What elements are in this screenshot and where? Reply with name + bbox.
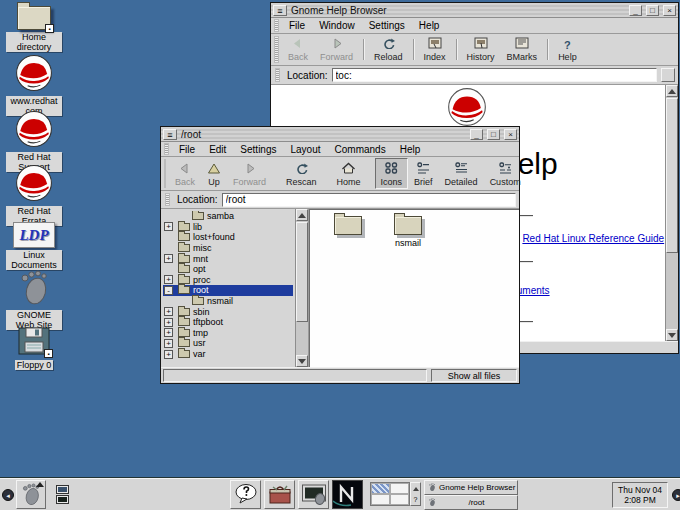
- file-item[interactable]: nsmail: [382, 216, 434, 248]
- tree-expander-icon[interactable]: -: [164, 286, 173, 295]
- pager-arrow-icon[interactable]: [411, 483, 420, 494]
- desktop-icon-gnome-web-site[interactable]: GNOME Web Site: [6, 268, 62, 330]
- tree-expander-icon[interactable]: +: [164, 254, 173, 263]
- desktop-icon-red-hat-errata[interactable]: Red Hat Errata: [6, 164, 62, 226]
- tree-item-selected[interactable]: - root: [163, 285, 293, 296]
- config-tool-launcher[interactable]: [264, 480, 295, 509]
- fm-icon-panel[interactable]: nsmail: [309, 209, 519, 367]
- help-vertical-scrollbar[interactable]: [665, 85, 678, 341]
- task-root-window[interactable]: /root: [424, 495, 518, 510]
- location-grip[interactable]: [275, 68, 280, 82]
- custom-view-button[interactable]: Custom: [484, 158, 527, 189]
- desktop-icon-home-directory[interactable]: ▪ Home directory: [6, 6, 62, 52]
- menu-commands[interactable]: Commands: [328, 143, 393, 156]
- tree-scrollbar[interactable]: [295, 209, 308, 367]
- file-item[interactable]: [322, 216, 374, 238]
- main-menu-button[interactable]: [16, 480, 46, 509]
- reference-guide-link[interactable]: Red Hat Linux Reference Guide: [522, 233, 664, 244]
- tree-item-label: proc: [193, 275, 211, 285]
- toolbar-grip[interactable]: [274, 36, 279, 63]
- toolbar-label: Index: [424, 52, 446, 62]
- scroll-down-button[interactable]: [666, 329, 678, 341]
- toolbar-grip[interactable]: [164, 159, 166, 188]
- pager-question-icon[interactable]: ?: [411, 494, 420, 505]
- desktop-icon-www-redhat-com[interactable]: www.redhat com: [6, 54, 62, 116]
- maximize-button[interactable]: □: [487, 129, 500, 140]
- scrollbar-thumb[interactable]: [296, 222, 308, 322]
- scroll-up-button[interactable]: [666, 85, 678, 97]
- forward-button[interactable]: Forward: [314, 35, 359, 64]
- menubar-grip[interactable]: [164, 143, 169, 155]
- desktop-icon-linux-documents[interactable]: LDP Linux Documents: [6, 222, 62, 270]
- window-menu-icon[interactable]: ≡: [273, 5, 287, 16]
- tree-expander-icon[interactable]: +: [164, 222, 173, 231]
- desktop-icon-red-hat-support[interactable]: Red Hat Support: [6, 110, 62, 172]
- tree-expander-icon: [178, 297, 187, 306]
- forward-button[interactable]: Forward: [227, 158, 272, 189]
- clock-applet[interactable]: Thu Nov 04 2:08 PM: [612, 482, 668, 508]
- menu-settings[interactable]: Settings: [233, 143, 283, 156]
- window-menu-icon[interactable]: ≡: [163, 129, 177, 140]
- menu-layout[interactable]: Layout: [284, 143, 328, 156]
- icons-view-button[interactable]: Icons: [375, 158, 409, 189]
- desktop-icon-floppy-0[interactable]: ▪ Floppy 0: [6, 326, 62, 370]
- history-button[interactable]: History: [461, 35, 501, 64]
- menu-window[interactable]: Window: [312, 19, 362, 32]
- reload-button[interactable]: Reload: [368, 35, 409, 64]
- help-button[interactable]: ? Help: [552, 35, 583, 64]
- index-button[interactable]: Index: [418, 35, 452, 64]
- tree-expander-icon[interactable]: +: [164, 307, 173, 316]
- tree-expander-icon[interactable]: +: [164, 328, 173, 337]
- close-button[interactable]: ×: [663, 5, 676, 16]
- minimize-button[interactable]: _: [470, 129, 483, 140]
- menu-settings[interactable]: Settings: [362, 19, 412, 32]
- tree-expander-icon[interactable]: +: [164, 318, 173, 327]
- minimize-button[interactable]: _: [629, 5, 642, 16]
- tree-expander-icon[interactable]: +: [164, 350, 173, 359]
- pager-desktop-2[interactable]: [390, 483, 409, 494]
- menu-file[interactable]: File: [282, 19, 312, 32]
- desk-guide-applet[interactable]: ?: [370, 482, 421, 506]
- bookmarks-button[interactable]: BMarks: [501, 35, 544, 64]
- brief-view-button[interactable]: Brief: [408, 158, 439, 189]
- pager-desktop-3[interactable]: [371, 494, 390, 505]
- help-launcher[interactable]: [230, 480, 261, 509]
- tree-expander-icon[interactable]: +: [164, 275, 173, 284]
- location-dropdown-button[interactable]: [661, 68, 675, 82]
- netscape-launcher[interactable]: [332, 480, 363, 509]
- location-input[interactable]: [332, 68, 657, 82]
- task-gnome-help-browser[interactable]: Gnome Help Browser: [424, 480, 518, 495]
- back-button[interactable]: Back: [169, 158, 201, 189]
- detailed-view-button[interactable]: Detailed: [439, 158, 484, 189]
- menu-edit[interactable]: Edit: [202, 143, 233, 156]
- close-button[interactable]: ×: [504, 129, 517, 140]
- menu-help[interactable]: Help: [412, 19, 447, 32]
- pager-side-buttons[interactable]: ?: [410, 482, 421, 506]
- toolbar-label: Home: [337, 177, 361, 187]
- location-grip[interactable]: [165, 193, 170, 206]
- tree-item[interactable]: + var: [163, 349, 293, 360]
- maximize-button[interactable]: □: [646, 5, 659, 16]
- menu-file[interactable]: File: [172, 143, 202, 156]
- panel-hide-left-button[interactable]: ◂: [2, 489, 14, 501]
- folder-icon: [178, 350, 190, 358]
- fm-titlebar[interactable]: ≡ /root _ □ ×: [161, 127, 519, 142]
- panel-hide-right-button[interactable]: ▸: [672, 489, 680, 501]
- terminal-launcher[interactable]: [298, 480, 329, 509]
- scrollbar-thumb[interactable]: [666, 98, 678, 253]
- scroll-up-button[interactable]: [296, 209, 308, 221]
- pager-desktop-4[interactable]: [390, 494, 409, 505]
- pager-desktop-1[interactable]: [371, 483, 390, 494]
- up-button[interactable]: Up: [201, 158, 227, 189]
- location-input[interactable]: [222, 193, 516, 207]
- rescan-button[interactable]: Rescan: [280, 158, 323, 189]
- tasklist-applet-icon[interactable]: [52, 480, 72, 509]
- menu-help[interactable]: Help: [393, 143, 428, 156]
- pager-grid[interactable]: [370, 482, 410, 506]
- menubar-grip[interactable]: [274, 19, 279, 32]
- help-titlebar[interactable]: ≡ Gnome Help Browser _ □ ×: [271, 3, 678, 18]
- tree-expander-icon[interactable]: +: [164, 339, 173, 348]
- home-button[interactable]: Home: [331, 158, 367, 189]
- back-button[interactable]: Back: [282, 35, 314, 64]
- scroll-down-button[interactable]: [296, 355, 308, 367]
